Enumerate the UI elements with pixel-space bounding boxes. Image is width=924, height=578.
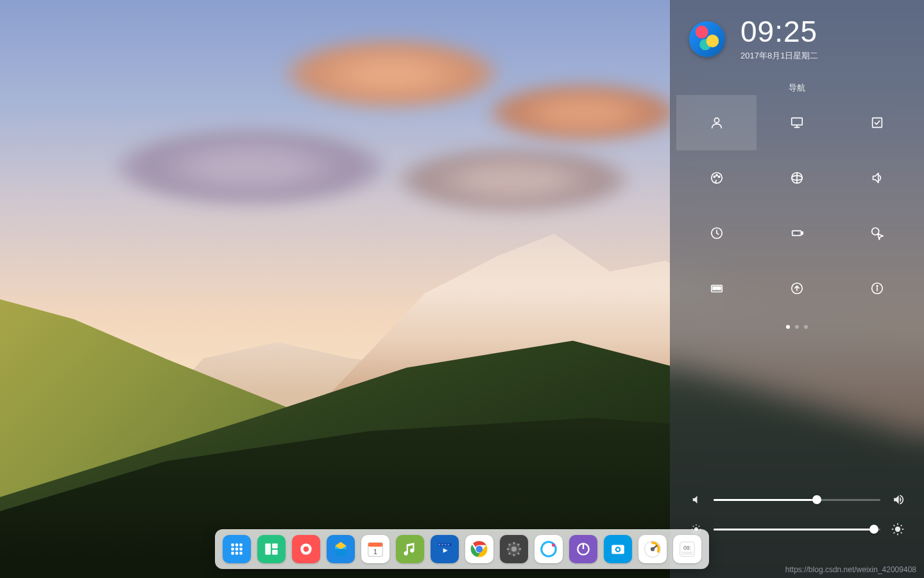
- pager-dot[interactable]: [795, 325, 799, 329]
- svg-point-91: [617, 548, 619, 550]
- svg-rect-22: [713, 288, 714, 290]
- brightness-slider[interactable]: [714, 529, 880, 530]
- power-icon: [790, 226, 804, 240]
- svg-point-86: [552, 543, 555, 547]
- user-avatar[interactable]: [689, 21, 725, 57]
- svg-point-6: [714, 176, 715, 177]
- nav-tile-accounts[interactable]: [676, 95, 757, 150]
- pager-dot[interactable]: [804, 325, 808, 329]
- svg-rect-55: [239, 552, 242, 554]
- dock-chrome[interactable]: [465, 535, 493, 563]
- svg-rect-1: [792, 118, 803, 125]
- svg-rect-23: [714, 288, 718, 290]
- svg-rect-50: [231, 548, 234, 550]
- svg-rect-56: [265, 543, 271, 554]
- display-icon: [790, 116, 804, 130]
- svg-rect-61: [335, 549, 346, 556]
- chrome-icon: [470, 539, 489, 559]
- settings-icon: [505, 540, 523, 558]
- nav-tile-systeminfo[interactable]: [837, 261, 918, 316]
- assistant-icon: [539, 539, 558, 559]
- volume-slider[interactable]: [714, 499, 880, 501]
- personalization-icon: [710, 171, 724, 185]
- svg-rect-97: [681, 552, 693, 555]
- nav-tile-mouse[interactable]: [837, 206, 918, 261]
- watermark: https://blog.csdn.net/weixin_42009408: [785, 565, 916, 574]
- nav-pager[interactable]: [670, 325, 924, 329]
- defaults-icon: [870, 116, 884, 130]
- svg-text:1: 1: [373, 548, 377, 556]
- nav-tile-keyboard[interactable]: [676, 261, 757, 316]
- svg-line-34: [693, 526, 694, 527]
- network-icon: [790, 171, 804, 185]
- svg-line-81: [509, 544, 510, 545]
- dock-screenshot[interactable]: [292, 535, 320, 563]
- dock-assistant[interactable]: [535, 535, 563, 563]
- svg-rect-47: [231, 543, 234, 546]
- dock-music[interactable]: [396, 535, 424, 563]
- appstore-icon: [331, 539, 350, 559]
- screenshot-icon: [298, 541, 314, 557]
- svg-point-28: [877, 286, 878, 286]
- volume-slider-row: [689, 493, 905, 506]
- accounts-icon: [710, 116, 724, 130]
- monitor-icon: [643, 539, 662, 559]
- svg-line-44: [901, 532, 902, 534]
- svg-line-82: [518, 553, 519, 554]
- nav-tile-personalization[interactable]: [676, 150, 757, 206]
- svg-rect-19: [716, 287, 717, 288]
- nav-tile-display[interactable]: [757, 95, 837, 150]
- nav-tile-sound[interactable]: [837, 150, 918, 206]
- dock-monitor[interactable]: [638, 535, 667, 563]
- svg-rect-51: [235, 548, 238, 550]
- launcher-icon: [228, 541, 245, 557]
- dock: 109:: [215, 529, 709, 569]
- svg-point-7: [716, 175, 717, 176]
- screencap-icon: [610, 541, 626, 557]
- nav-tile-update[interactable]: [757, 261, 837, 316]
- dock-power[interactable]: [569, 535, 597, 563]
- svg-rect-14: [801, 232, 803, 234]
- datetime-icon: [710, 226, 724, 240]
- volume-low-icon: [689, 494, 703, 505]
- calendar-icon: 1: [366, 539, 385, 559]
- svg-rect-69: [445, 544, 446, 545]
- svg-rect-57: [272, 543, 278, 548]
- nav-section-title: 导航: [670, 82, 924, 94]
- svg-text:09:: 09:: [683, 545, 691, 551]
- keyboard-icon: [710, 281, 724, 295]
- svg-rect-48: [235, 543, 238, 546]
- svg-rect-20: [718, 287, 719, 288]
- dock-appstore[interactable]: [327, 535, 355, 563]
- panel-header: 09:25 2017年8月1日星期二: [670, 0, 924, 73]
- svg-rect-63: [368, 543, 383, 547]
- dock-launcher[interactable]: [223, 535, 251, 563]
- svg-point-60: [304, 547, 309, 552]
- svg-rect-70: [448, 544, 449, 545]
- svg-line-43: [894, 525, 895, 527]
- nav-tile-datetime[interactable]: [676, 206, 757, 261]
- svg-rect-18: [714, 287, 715, 288]
- dock-settings[interactable]: [500, 535, 528, 563]
- dock-calendar[interactable]: 1: [361, 535, 389, 563]
- dock-widget[interactable]: 09:: [673, 535, 701, 563]
- svg-rect-17: [713, 287, 714, 288]
- nav-grid: [670, 95, 924, 316]
- music-icon: [402, 541, 418, 557]
- nav-tile-defaults[interactable]: [837, 95, 918, 150]
- dock-screencap[interactable]: [604, 535, 632, 563]
- control-center-panel: 09:25 2017年8月1日星期二 导航: [670, 0, 924, 578]
- nav-tile-power[interactable]: [757, 206, 837, 261]
- svg-rect-52: [239, 548, 242, 550]
- dock-video[interactable]: [431, 535, 459, 563]
- update-icon: [790, 281, 804, 295]
- svg-point-8: [718, 176, 719, 177]
- dock-multitask[interactable]: [257, 535, 286, 563]
- svg-point-0: [714, 118, 719, 123]
- svg-rect-67: [439, 544, 440, 545]
- svg-line-36: [699, 526, 700, 527]
- pager-dot[interactable]: [786, 325, 790, 329]
- svg-rect-58: [272, 550, 278, 555]
- systeminfo-icon: [870, 281, 884, 295]
- nav-tile-network[interactable]: [757, 150, 837, 206]
